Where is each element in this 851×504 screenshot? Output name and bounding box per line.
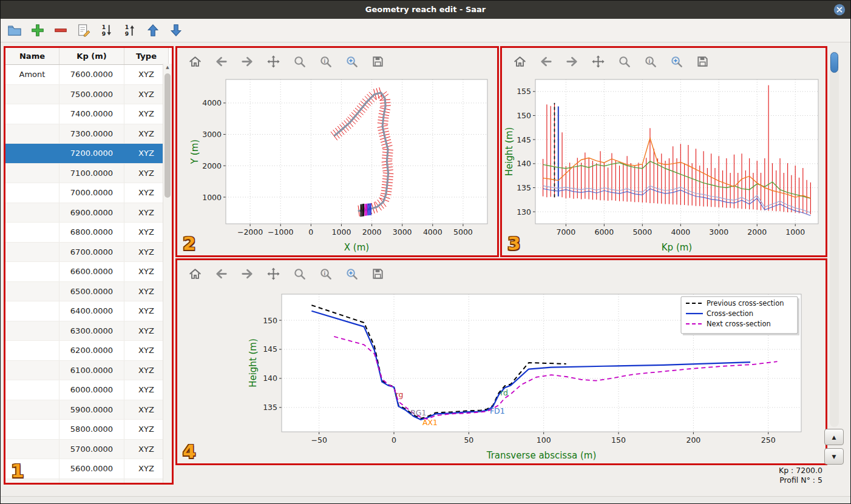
- back-button[interactable]: [537, 52, 555, 70]
- cell-kp[interactable]: 6200.0000: [59, 341, 124, 361]
- cell-name[interactable]: [5, 301, 59, 321]
- cell-kp[interactable]: 7000.0000: [59, 183, 124, 203]
- cell-kp[interactable]: 6600.0000: [59, 262, 124, 282]
- cell-name[interactable]: [5, 242, 59, 262]
- cell-name[interactable]: [5, 203, 59, 223]
- table-row[interactable]: 5700.0000XYZ: [5, 439, 169, 459]
- cell-type[interactable]: XYZ: [124, 301, 169, 321]
- sort-descending-button[interactable]: 19: [121, 21, 139, 39]
- pan-button[interactable]: [589, 52, 607, 70]
- table-row[interactable]: 5500.0000XYZ: [5, 479, 169, 485]
- edit-button[interactable]: [75, 21, 93, 39]
- cell-kp[interactable]: 5900.0000: [59, 400, 124, 420]
- cell-type[interactable]: XYZ: [124, 420, 169, 440]
- cell-type[interactable]: XYZ: [124, 223, 169, 243]
- cell-type[interactable]: XYZ: [124, 262, 169, 282]
- cell-type[interactable]: XYZ: [124, 439, 169, 459]
- home-button[interactable]: [186, 52, 204, 70]
- add-button[interactable]: [29, 21, 47, 39]
- zoom-plus-button[interactable]: [342, 52, 361, 70]
- profile-down-button[interactable]: ▼: [824, 448, 844, 465]
- cell-name[interactable]: [5, 223, 59, 243]
- table-row[interactable]: 5600.0000XYZ: [5, 459, 169, 479]
- zoom-button[interactable]: [290, 264, 308, 283]
- cross-section-plot[interactable]: rgRG1AX1FD1rdPrevious cross-sectionCross…: [177, 287, 826, 463]
- cell-kp[interactable]: 6900.0000: [59, 203, 124, 223]
- table-row[interactable]: 7200.0000XYZ: [5, 144, 169, 164]
- cell-name[interactable]: [5, 380, 59, 400]
- cell-type[interactable]: XYZ: [124, 183, 169, 203]
- forward-button[interactable]: [238, 52, 256, 70]
- cell-kp[interactable]: 7300.0000: [59, 124, 124, 144]
- remove-button[interactable]: [52, 21, 70, 39]
- cell-kp[interactable]: 6800.0000: [59, 223, 124, 243]
- table-scroll-thumb[interactable]: [164, 73, 171, 198]
- table-row[interactable]: 6600.0000XYZ: [5, 262, 169, 282]
- cell-type[interactable]: XYZ: [124, 144, 169, 164]
- zoom-info-button[interactable]: i: [641, 52, 659, 70]
- home-button[interactable]: [186, 264, 204, 283]
- cell-kp[interactable]: 6700.0000: [59, 242, 124, 262]
- cell-type[interactable]: XYZ: [124, 203, 169, 223]
- pan-button[interactable]: [264, 52, 282, 70]
- table-row[interactable]: 6000.0000XYZ: [5, 380, 169, 400]
- zoom-plus-button[interactable]: [342, 264, 361, 283]
- cell-name[interactable]: [5, 400, 59, 420]
- move-up-button[interactable]: [144, 21, 162, 39]
- cell-kp[interactable]: 6100.0000: [59, 360, 124, 380]
- move-down-button[interactable]: [167, 21, 185, 39]
- cell-name[interactable]: [5, 163, 59, 183]
- cell-kp[interactable]: 6000.0000: [59, 380, 124, 400]
- table-scroll-up-icon[interactable]: ▲: [163, 64, 172, 71]
- table-row[interactable]: 6300.0000XYZ: [5, 321, 169, 341]
- cell-kp[interactable]: 6400.0000: [59, 301, 124, 321]
- cell-name[interactable]: Amont: [5, 65, 59, 85]
- cell-kp[interactable]: 7400.0000: [59, 104, 124, 124]
- back-button[interactable]: [212, 264, 230, 283]
- table-row[interactable]: 6100.0000XYZ: [5, 360, 169, 380]
- cell-name[interactable]: [5, 84, 59, 104]
- window-scrollbar[interactable]: [830, 51, 839, 427]
- title-bar[interactable]: Geometry reach edit - Saar: [1, 1, 850, 19]
- zoom-plus-button[interactable]: [667, 52, 685, 70]
- cell-name[interactable]: [5, 420, 59, 440]
- table-row[interactable]: 7100.0000XYZ: [5, 163, 169, 183]
- column-header-type[interactable]: Type: [124, 48, 169, 65]
- cell-type[interactable]: XYZ: [124, 163, 169, 183]
- table-row[interactable]: Amont7600.0000XYZ: [5, 65, 169, 85]
- cell-type[interactable]: XYZ: [124, 380, 169, 400]
- profile-up-button[interactable]: ▲: [824, 429, 844, 445]
- cell-type[interactable]: XYZ: [124, 124, 169, 144]
- table-row[interactable]: 7000.0000XYZ: [5, 183, 169, 203]
- cell-type[interactable]: XYZ: [124, 65, 169, 85]
- table-row[interactable]: 5800.0000XYZ: [5, 420, 169, 440]
- sort-ascending-button[interactable]: 19: [98, 21, 116, 39]
- table-row[interactable]: 6800.0000XYZ: [5, 223, 169, 243]
- zoom-button[interactable]: [615, 52, 633, 70]
- save-button[interactable]: [693, 52, 711, 70]
- open-button[interactable]: [5, 21, 24, 39]
- cell-kp[interactable]: 7200.0000: [59, 144, 124, 164]
- table-row[interactable]: 6400.0000XYZ: [5, 301, 169, 321]
- column-header-kp[interactable]: Kp (m): [59, 48, 124, 65]
- cell-type[interactable]: XYZ: [124, 479, 169, 485]
- table-row[interactable]: 7300.0000XYZ: [5, 124, 169, 144]
- cell-type[interactable]: XYZ: [124, 360, 169, 380]
- home-button[interactable]: [510, 52, 529, 70]
- table-row[interactable]: 5900.0000XYZ: [5, 400, 169, 420]
- back-button[interactable]: [212, 52, 230, 70]
- cell-kp[interactable]: 7500.0000: [59, 84, 124, 104]
- close-button[interactable]: [833, 3, 846, 16]
- cell-type[interactable]: XYZ: [124, 281, 169, 301]
- cell-name[interactable]: [5, 341, 59, 361]
- cell-kp[interactable]: 6300.0000: [59, 321, 124, 341]
- table-scrollbar[interactable]: ▲: [163, 64, 172, 483]
- cell-type[interactable]: XYZ: [124, 84, 169, 104]
- cell-kp[interactable]: 5500.0000: [59, 479, 124, 485]
- plan-plot[interactable]: −2000−1000010002000300040005000100020003…: [177, 75, 497, 255]
- cell-name[interactable]: [5, 321, 59, 341]
- pan-button[interactable]: [264, 264, 282, 283]
- save-button[interactable]: [368, 264, 387, 283]
- zoom-info-button[interactable]: i: [316, 264, 334, 283]
- save-button[interactable]: [368, 52, 387, 70]
